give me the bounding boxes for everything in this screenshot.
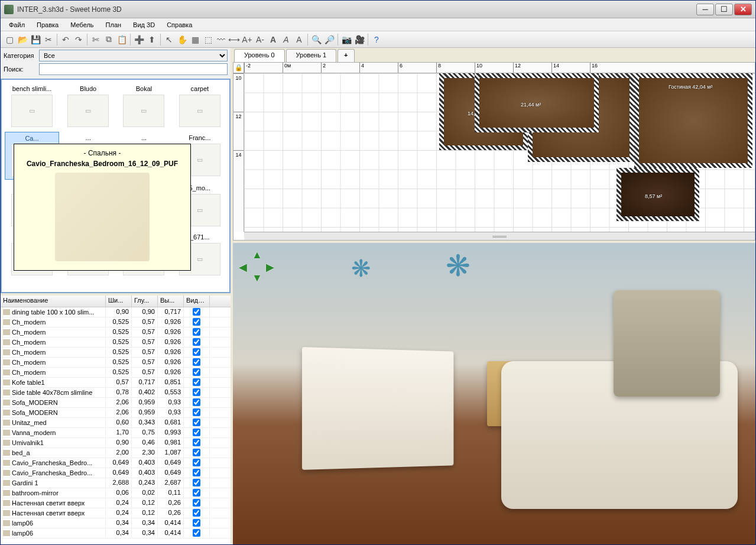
row-visible-checkbox[interactable] [193,318,200,326]
row-visible-checkbox[interactable] [193,449,200,456]
undo-icon[interactable]: ↶ [59,33,72,46]
tab-level1[interactable]: Уровень 1 [286,49,337,62]
menu-file[interactable]: Файл [3,20,31,30]
col-visible[interactable]: Види... [184,296,210,307]
catalog-item[interactable]: bench slimli...▭ [5,83,59,129]
table-row[interactable]: bathroom-mirror0,060,020,11 [1,488,231,498]
pan-icon[interactable]: ✋ [176,33,189,46]
help-icon[interactable]: ? [370,33,383,46]
close-button[interactable]: ✕ [734,4,752,15]
cut-icon[interactable]: ✄ [89,33,102,46]
plan-canvas[interactable]: 🔒 -20м246810121416 101214 14,87 м² Гости… [233,62,755,241]
table-row[interactable]: Cavio_Francheska_Bedro...0,6490,4030,649 [1,468,231,478]
row-visible-checkbox[interactable] [193,398,200,406]
room-icon[interactable]: ⬚ [202,33,215,46]
menu-edit[interactable]: Правка [31,20,64,30]
minimize-button[interactable]: ─ [696,4,714,15]
text-italic-icon[interactable]: A [280,33,293,46]
furniture-rows[interactable]: dining table 100 x 100 slim...0,900,900,… [1,307,231,544]
table-row[interactable]: Cavio_Francheska_Bedro...0,6490,4030,649 [1,458,231,468]
prefs-icon[interactable]: ✂ [42,33,55,46]
row-visible-checkbox[interactable] [193,388,200,396]
table-row[interactable]: dining table 100 x 100 slim...0,900,900,… [1,307,231,317]
import-icon[interactable]: ⬆ [145,33,158,46]
row-visible-checkbox[interactable] [193,348,200,356]
row-visible-checkbox[interactable] [193,368,200,376]
view-3d[interactable]: ❋ ❋ ▲ ▼ ◀ ▶ [233,243,755,544]
paste-icon[interactable]: 📋 [115,33,128,46]
catalog-item[interactable]: Bokal▭ [117,83,170,129]
table-row[interactable]: Ch_modern0,5250,570,926 [1,348,231,358]
new-icon[interactable]: ▢ [3,33,16,46]
text-bold-icon[interactable]: A [267,33,280,46]
col-height[interactable]: Вы... [158,296,184,307]
row-visible-checkbox[interactable] [193,378,200,386]
table-row[interactable]: Kofe table10,570,7170,851 [1,378,231,388]
row-visible-checkbox[interactable] [193,489,200,497]
open-icon[interactable]: 📂 [16,33,29,46]
menu-help[interactable]: Справка [161,20,198,30]
tab-add[interactable]: + [338,49,354,62]
row-visible-checkbox[interactable] [193,358,200,366]
col-width[interactable]: Ши... [106,296,132,307]
zoom-out-icon[interactable]: 🔎 [323,33,336,46]
video-icon[interactable]: 🎥 [353,33,366,46]
row-visible-checkbox[interactable] [193,479,200,486]
nav-up-icon[interactable]: ▲ [252,249,262,261]
table-row[interactable]: lamp060,340,340,414 [1,528,231,538]
text-label-icon[interactable]: A [293,33,306,46]
catalog-item[interactable]: carpet▭ [173,83,226,129]
table-row[interactable]: Настенная светит вверх0,240,120,26 [1,508,231,518]
table-row[interactable]: Side table 40x78cm slimline0,780,4020,55… [1,388,231,398]
select-icon[interactable]: ↖ [163,33,176,46]
row-visible-checkbox[interactable] [193,459,200,466]
table-row[interactable]: Umivalnik10,900,460,981 [1,438,231,448]
polyline-icon[interactable]: 〰 [215,33,228,46]
table-row[interactable]: Sofa_MODERN2,060,9590,93 [1,408,231,418]
copy-icon[interactable]: ⧉ [102,33,115,46]
save-icon[interactable]: 💾 [29,33,42,46]
table-row[interactable]: bed_a2,002,301,087 [1,448,231,458]
table-row[interactable]: Ch_modern0,5250,570,926 [1,317,231,327]
zoom-in-icon[interactable]: 🔍 [310,33,323,46]
menu-plan[interactable]: План [100,20,128,30]
row-visible-checkbox[interactable] [193,308,200,316]
menu-furniture[interactable]: Мебель [64,20,99,30]
dim-icon[interactable]: ⟷ [228,33,241,46]
row-visible-checkbox[interactable] [193,519,200,527]
tab-level0[interactable]: Уровень 0 [234,49,285,62]
catalog-item[interactable]: Bludo▭ [61,83,115,129]
table-row[interactable]: Настенная светит вверх0,240,120,26 [1,498,231,508]
table-row[interactable]: Ch_modern0,5250,570,926 [1,368,231,378]
row-visible-checkbox[interactable] [193,328,200,336]
table-row[interactable]: Ch_modern0,5250,570,926 [1,358,231,368]
plan-scrollbar-h[interactable]: ═══ [244,232,755,240]
table-row[interactable]: lamp060,340,340,414 [1,518,231,528]
row-visible-checkbox[interactable] [193,499,200,507]
col-depth[interactable]: Глу... [132,296,158,307]
maximize-button[interactable]: ☐ [715,4,733,15]
nav-left-icon[interactable]: ◀ [239,261,247,274]
col-name[interactable]: Наименование [1,296,106,307]
row-visible-checkbox[interactable] [193,509,200,517]
add-furniture-icon[interactable]: ➕ [132,33,145,46]
floorplan[interactable]: 14,87 м² Гостиная 42,04 м² 21,44 м² 8,57… [439,73,735,233]
row-visible-checkbox[interactable] [193,529,200,537]
row-visible-checkbox[interactable] [193,408,200,416]
table-row[interactable]: Ch_modern0,5250,570,926 [1,338,231,348]
category-select[interactable]: Все [39,50,228,61]
search-input[interactable] [39,63,228,75]
table-row[interactable]: Ch_modern0,5250,570,926 [1,327,231,338]
row-visible-checkbox[interactable] [193,419,200,426]
plan-lock-icon[interactable]: 🔒 [233,63,244,73]
table-row[interactable]: Unitaz_med0,600,3430,681 [1,418,231,428]
table-row[interactable]: Vanna_modern1,700,750,993 [1,428,231,438]
row-visible-checkbox[interactable] [193,469,200,476]
menu-3d[interactable]: Вид 3D [127,20,161,30]
catalog-grid[interactable]: bench slimli...▭Bludo▭Bokal▭carpet▭Ca...… [1,79,231,293]
text-plus-icon[interactable]: A+ [241,33,254,46]
row-visible-checkbox[interactable] [193,429,200,436]
row-visible-checkbox[interactable] [193,439,200,446]
row-visible-checkbox[interactable] [193,338,200,346]
nav-right-icon[interactable]: ▶ [266,261,274,274]
